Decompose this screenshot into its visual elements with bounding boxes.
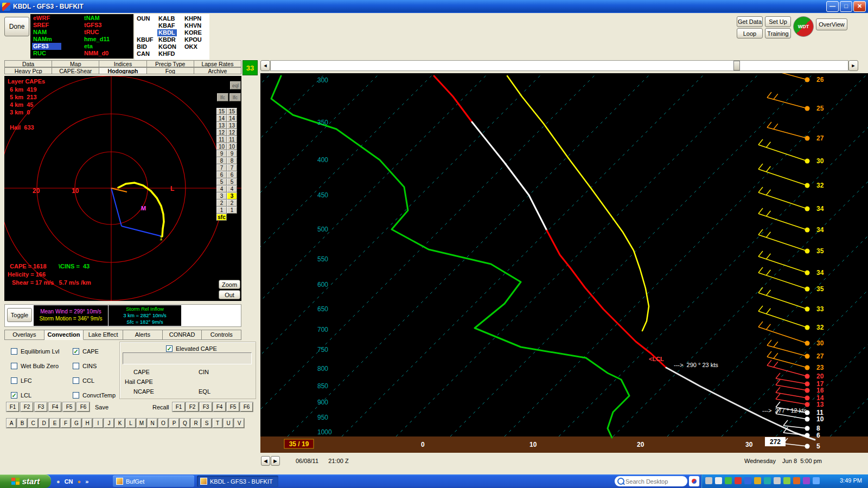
letter-key-l[interactable]: L	[126, 419, 136, 428]
option-tab-conrad[interactable]: CONRAD	[163, 330, 202, 340]
model-item-tNAM[interactable]: tNAM	[83, 15, 132, 22]
fkey-recall-f5[interactable]: F5	[227, 402, 239, 412]
letter-key-o[interactable]: O	[158, 419, 168, 428]
model-item-SREF[interactable]: SREF	[32, 22, 81, 29]
model-item-NMM_d0[interactable]: NMM_d0	[83, 50, 132, 57]
elevated-cape-checkbox[interactable]: ✓	[166, 345, 173, 352]
letter-key-m[interactable]: M	[137, 419, 146, 428]
search-input[interactable]	[624, 478, 683, 485]
level-left-8[interactable]: 8	[216, 157, 227, 164]
time-step-forward-button[interactable]: ►	[271, 456, 280, 466]
checkbox[interactable]	[73, 377, 79, 384]
option-tab-alerts[interactable]: Alerts	[123, 330, 163, 340]
time-slider-right-arrow[interactable]: ►	[848, 60, 858, 71]
lfc-button-1[interactable]: lfc	[217, 93, 228, 101]
model-item-GFS3[interactable]: GFS3	[32, 43, 61, 50]
station-KBAF[interactable]: KBAF	[157, 22, 183, 29]
level-left-10[interactable]: 10	[216, 143, 227, 150]
tray-icon-0[interactable]	[705, 477, 712, 484]
tray-icon-10[interactable]	[803, 477, 810, 484]
station-KBDR[interactable]: KBDR	[157, 36, 183, 43]
fkey-save-f4[interactable]: F4	[49, 402, 61, 412]
tab-fog[interactable]: Fog	[147, 67, 194, 74]
quicklaunch-icon-1[interactable]: CN	[65, 478, 73, 485]
tray-icon-11[interactable]	[813, 477, 820, 484]
time-slider-thumb[interactable]	[733, 61, 740, 70]
level-left-3[interactable]: 3	[216, 192, 227, 200]
tray-icon-4[interactable]	[744, 477, 751, 484]
level-left-6[interactable]: 6	[216, 171, 227, 178]
station-KGON[interactable]: KGON	[157, 43, 183, 50]
tab-map[interactable]: Map	[52, 60, 99, 67]
level-right-1[interactable]: 1	[227, 207, 237, 214]
level-right-2[interactable]: 2	[227, 200, 237, 207]
fkey-recall-f6[interactable]: F6	[240, 402, 253, 412]
fkey-save-f1[interactable]: F1	[7, 402, 19, 412]
tray-icon-3[interactable]	[735, 477, 742, 484]
fkey-recall-f3[interactable]: F3	[200, 402, 212, 412]
station-KHPN[interactable]: KHPN	[183, 15, 209, 22]
level-left-14[interactable]: 14	[216, 115, 227, 122]
fkey-save-f5[interactable]: F5	[63, 402, 75, 412]
level-right-12[interactable]: 12	[227, 129, 237, 136]
level-left-1[interactable]: 1	[216, 207, 227, 214]
fkey-save-f3[interactable]: F3	[35, 402, 47, 412]
tab-precip-type[interactable]: Precip Type	[147, 60, 194, 67]
option-tab-lake-effect[interactable]: Lake Effect	[84, 330, 123, 340]
minimize-button[interactable]: —	[826, 1, 839, 12]
search-go-button[interactable]	[689, 476, 699, 486]
letter-key-f[interactable]: F	[61, 419, 71, 428]
checkbox[interactable]	[73, 392, 79, 399]
level-left-2[interactable]: 2	[216, 200, 227, 207]
letter-key-v[interactable]: V	[234, 419, 244, 428]
start-button[interactable]: start	[0, 474, 51, 488]
letter-key-d[interactable]: D	[39, 419, 49, 428]
letter-key-n[interactable]: N	[148, 419, 157, 428]
quicklaunch-icon-2[interactable]: ●	[78, 478, 81, 485]
letter-key-i[interactable]: I	[93, 419, 103, 428]
quicklaunch-icon-3[interactable]: »	[85, 478, 88, 485]
checkbox[interactable]	[73, 363, 79, 369]
level-right-7[interactable]: 7	[227, 164, 237, 171]
level-left-sfc[interactable]: sfc	[216, 214, 227, 221]
level-right-13[interactable]: 13	[227, 122, 237, 129]
model-item-tGFS3[interactable]: tGFS3	[83, 22, 132, 29]
level-left-9[interactable]: 9	[216, 150, 227, 157]
checkbox-row-lfc[interactable]: LFC	[11, 373, 60, 388]
level-right-3[interactable]: 3	[227, 192, 237, 200]
tray-icon-8[interactable]	[783, 477, 790, 484]
tab-data[interactable]: Data	[4, 60, 52, 67]
checkbox[interactable]: ✓	[11, 392, 17, 399]
letter-key-u[interactable]: U	[224, 419, 233, 428]
letter-key-p[interactable]: P	[169, 419, 179, 428]
level-left-13[interactable]: 13	[216, 122, 227, 129]
letter-key-a[interactable]: A	[7, 419, 16, 428]
model-item-RUC[interactable]: RUC	[32, 50, 81, 57]
letter-key-r[interactable]: R	[191, 419, 201, 428]
checkbox-row-cins[interactable]: CINS	[73, 358, 116, 373]
level-right-15[interactable]: 15	[227, 108, 237, 115]
checkbox[interactable]	[11, 377, 17, 384]
tray-icon-5[interactable]	[754, 477, 761, 484]
get-data-button[interactable]: Get Data	[737, 16, 763, 27]
model-item-NAM[interactable]: NAM	[32, 29, 81, 36]
time-slider-left-arrow[interactable]: ◄	[260, 60, 270, 71]
level-left-7[interactable]: 7	[216, 164, 227, 171]
level-right-6[interactable]: 6	[227, 171, 237, 178]
level-left-5[interactable]: 5	[216, 178, 227, 185]
toggle-button[interactable]: Toggle	[7, 308, 32, 322]
level-right-11[interactable]: 11	[227, 136, 237, 143]
close-button[interactable]: ✕	[853, 1, 866, 12]
zoom-out-button[interactable]: Out	[219, 290, 240, 299]
level-right-5[interactable]: 5	[227, 178, 237, 185]
letter-key-h[interactable]: H	[82, 419, 92, 428]
letter-key-j[interactable]: J	[104, 419, 114, 428]
tray-icon-2[interactable]	[725, 477, 732, 484]
station-OKX[interactable]: OKX	[183, 43, 209, 50]
checkbox-row-cape[interactable]: ✓CAPE	[73, 344, 116, 358]
station-CAN[interactable]: CAN	[136, 50, 157, 57]
checkbox[interactable]	[11, 348, 17, 355]
done-button[interactable]: Done	[4, 17, 29, 36]
level-left-11[interactable]: 11	[216, 136, 227, 143]
tray-icon-6[interactable]	[764, 477, 771, 484]
